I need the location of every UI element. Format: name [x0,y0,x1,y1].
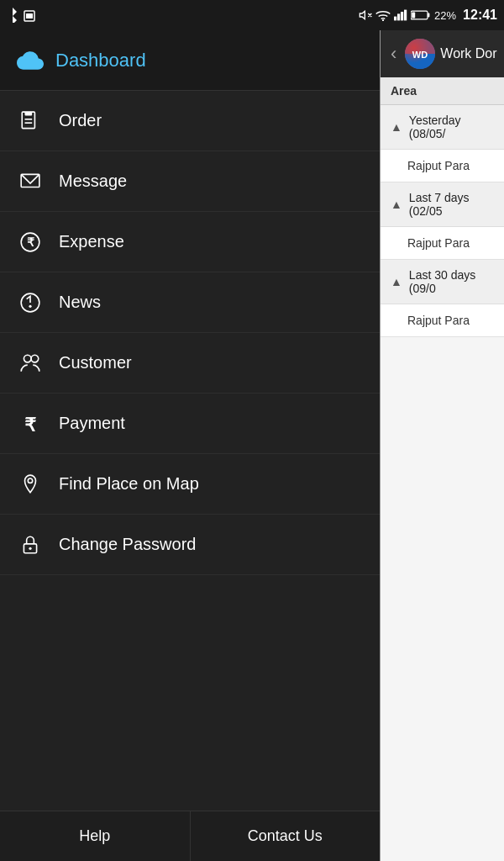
sidebar-header: Dashboard [0,30,380,91]
message-label: Message [59,172,127,191]
dashboard-title: Dashboard [55,50,146,71]
svg-text:WD: WD [412,50,428,60]
svg-rect-3 [394,17,396,21]
svg-rect-4 [397,13,400,20]
sidebar-item-news[interactable]: News [0,272,380,333]
news-label: News [59,293,101,312]
date-label-last7: Last 7 days (02/05 [409,191,494,218]
svg-rect-6 [404,10,407,21]
payment-label: Payment [59,414,125,433]
svg-point-19 [24,355,31,362]
chevron-yesterday: ▲ [391,120,402,134]
svg-point-20 [31,355,39,362]
svg-text:₹: ₹ [27,235,34,249]
sidebar-item-message[interactable]: Message [0,151,380,212]
svg-rect-8 [428,13,429,18]
status-left-icons [7,8,35,23]
nav-items-list: Order Message ₹ [0,91,380,811]
svg-rect-1 [26,13,33,18]
status-right-icons: 22% 12:41 [359,8,497,23]
signal-icon [394,9,407,21]
svg-point-18 [29,304,31,307]
sidebar-item-order[interactable]: Order [0,91,380,151]
sidebar-item-customer[interactable]: Customer [0,333,380,394]
date-row-last30[interactable]: ▲ Last 30 days (09/0 [381,260,504,304]
area-header: Area [381,77,504,105]
lock-icon [17,531,44,558]
sim-icon [24,8,35,22]
right-panel-header: ‹ WD Work Dor [381,30,504,77]
message-icon [17,168,44,195]
mute-icon [359,8,372,22]
contact-us-button[interactable]: Contact Us [191,811,381,861]
date-label-yesterday: Yesterday (08/05/ [409,114,494,140]
location-last7: Rajput Para [407,236,470,250]
right-panel-content: Area ▲ Yesterday (08/05/ Rajput Para ▲ L… [381,77,504,861]
news-icon [17,289,44,316]
battery-icon [411,9,431,21]
svg-point-2 [382,19,384,21]
location-row-yesterday: Rajput Para [381,150,504,182]
location-row-last7: Rajput Para [381,227,504,260]
sidebar-item-payment[interactable]: ₹ Payment [0,394,380,454]
payment-icon: ₹ [17,410,44,437]
svg-point-24 [29,547,31,549]
svg-rect-5 [401,12,403,20]
sidebar-item-change-password[interactable]: Change Password [0,515,380,575]
order-icon [17,108,44,135]
right-panel-title: Work Dor [440,46,496,61]
svg-rect-11 [25,112,33,115]
right-panel: ‹ WD Work Dor [380,30,504,861]
avatar: WD [405,39,435,69]
chevron-last7: ▲ [391,198,402,211]
status-time: 12:41 [463,8,497,23]
customer-label: Customer [59,353,132,372]
date-row-last7[interactable]: ▲ Last 7 days (02/05 [381,182,504,227]
expense-label: Expense [59,232,124,251]
sidebar-item-find-place[interactable]: Find Place on Map [0,454,380,515]
status-bar: 22% 12:41 [0,0,504,30]
sidebar-item-expense[interactable]: ₹ Expense [0,212,380,272]
help-button[interactable]: Help [0,811,191,861]
location-row-last30: Rajput Para [381,304,504,337]
back-button[interactable]: ‹ [387,40,400,68]
wifi-icon [375,9,391,21]
sidebar: Dashboard Order [0,30,380,861]
date-row-yesterday[interactable]: ▲ Yesterday (08/05/ [381,105,504,150]
bluetooth-icon [7,8,18,23]
svg-rect-9 [412,12,415,18]
change-password-label: Change Password [59,535,196,554]
order-label: Order [59,111,102,130]
main-container: Dashboard Order [0,30,504,861]
location-last30: Rajput Para [407,314,470,327]
location-yesterday: Rajput Para [407,159,470,172]
expense-icon: ₹ [17,229,44,256]
date-label-last30: Last 30 days (09/0 [409,268,494,295]
svg-point-22 [28,478,32,482]
map-pin-icon [17,471,44,498]
chevron-last30: ▲ [391,275,402,288]
cloud-icon [17,47,44,74]
svg-text:₹: ₹ [24,414,36,434]
battery-percentage: 22% [434,9,456,22]
customer-icon [17,350,44,377]
sidebar-footer: Help Contact Us [0,811,380,861]
find-place-label: Find Place on Map [59,474,199,494]
